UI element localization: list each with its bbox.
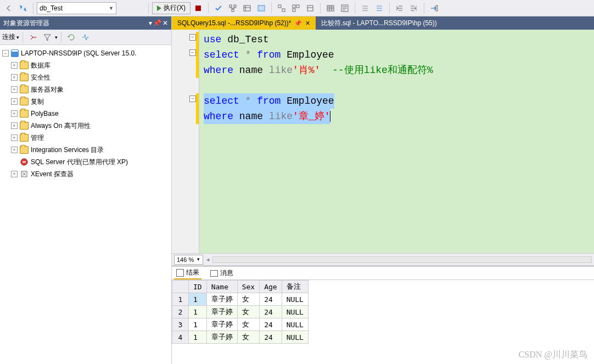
stats-icon[interactable]: [240, 2, 254, 15]
activity-icon[interactable]: [79, 31, 92, 44]
play-icon: [157, 5, 161, 11]
object-explorer-panel: 对象资源管理器 ▾ 📌 ✕ 连接▾ ▾ −LAPTOP-NRSSD9IP (SQ…: [0, 16, 172, 364]
indent-icon[interactable]: [393, 2, 406, 15]
col-rownum[interactable]: [172, 281, 189, 293]
outdent-icon[interactable]: [407, 2, 421, 15]
tab-active[interactable]: SQLQuery15.sql -...RSSD9IP\hp (52))*📌×: [172, 16, 316, 30]
panel-close-icon[interactable]: ✕: [162, 19, 168, 27]
agent-icon: [20, 158, 29, 166]
parse-icon[interactable]: [212, 2, 225, 15]
zoom-bar: 146 %▼ ◄: [172, 253, 594, 265]
svg-rect-0: [229, 5, 232, 7]
disconnect-icon[interactable]: [26, 31, 40, 44]
svg-rect-5: [278, 5, 281, 8]
tree-node-integration[interactable]: +Integration Services 目录: [0, 144, 171, 156]
folder-icon: [20, 134, 29, 142]
main-toolbar: db_Test▼ 执行(X): [0, 0, 594, 16]
database-combo[interactable]: db_Test▼: [37, 2, 116, 14]
table-row[interactable]: 11章子婷女24NULL: [172, 293, 309, 306]
table-row[interactable]: 41章子婷女24NULL: [172, 331, 309, 344]
table-row[interactable]: 21章子婷女24NULL: [172, 306, 309, 318]
result-table: ID Name Sex Age 备注 11章子婷女24NULL 21章子婷女24…: [172, 280, 309, 344]
fold-icon[interactable]: −: [189, 34, 196, 41]
tree-node-server-objects[interactable]: +服务器对象: [0, 83, 171, 96]
tree-node-management[interactable]: +管理: [0, 132, 171, 144]
tree-node-polybase[interactable]: +PolyBase: [0, 108, 171, 120]
message-icon: [210, 270, 218, 277]
fold-icon[interactable]: −: [189, 96, 196, 102]
specify-values-icon[interactable]: [428, 2, 441, 15]
uncomment-icon[interactable]: [373, 2, 386, 15]
tree-node-xevent[interactable]: +XEvent 探查器: [0, 168, 171, 180]
stop-button[interactable]: [192, 2, 205, 15]
plan-icon[interactable]: [226, 2, 239, 15]
tool-icon-1[interactable]: [275, 2, 288, 15]
comment-icon[interactable]: [358, 2, 372, 15]
text-cursor: [330, 111, 330, 122]
svg-rect-2: [232, 9, 234, 12]
explorer-title-bar: 对象资源管理器 ▾ 📌 ✕: [0, 16, 171, 30]
folder-icon: [20, 146, 29, 154]
fold-icon[interactable]: −: [189, 49, 196, 56]
svg-rect-6: [282, 9, 285, 12]
col-id[interactable]: ID: [189, 281, 207, 293]
svg-rect-8: [296, 5, 299, 8]
tree-node-replication[interactable]: +复制: [0, 96, 171, 108]
tree-node-databases[interactable]: +数据库: [0, 59, 171, 71]
stop-icon: [195, 5, 201, 11]
tab-other[interactable]: 比较符.sql - LAPTO...RSSD9IP\hp (55)): [316, 16, 442, 30]
col-remark[interactable]: 备注: [282, 281, 308, 293]
panel-dropdown-icon[interactable]: ▾: [149, 19, 152, 27]
tool-icon-3[interactable]: [304, 2, 317, 15]
messages-tab[interactable]: 消息: [208, 267, 236, 279]
connect-button[interactable]: 连接: [2, 32, 15, 42]
zoom-combo[interactable]: 146 %▼: [174, 255, 203, 265]
col-sex[interactable]: Sex: [237, 281, 259, 293]
pin-icon[interactable]: 📌: [294, 20, 302, 27]
sql-editor[interactable]: − − − use db_Test select * from Employee…: [172, 30, 594, 253]
table-row[interactable]: 31章子婷女24NULL: [172, 318, 309, 331]
nav-back-icon[interactable]: [2, 2, 15, 15]
server-icon: [11, 49, 19, 57]
xevent-icon: [20, 170, 29, 178]
results-grid-icon[interactable]: [324, 2, 337, 15]
results-tab[interactable]: 结果: [174, 267, 201, 279]
editor-gutter: − − −: [172, 30, 199, 253]
watermark: CSDN @川川菜鸟: [519, 349, 587, 361]
tree-node-alwayson[interactable]: +Always On 高可用性: [0, 120, 171, 132]
results-text-icon[interactable]: [338, 2, 351, 15]
tree-node-agent[interactable]: SQL Server 代理(已禁用代理 XP): [0, 156, 171, 168]
folder-icon: [20, 86, 29, 93]
svg-rect-10: [307, 5, 313, 11]
svg-rect-13: [436, 5, 438, 11]
close-icon[interactable]: ×: [305, 19, 310, 27]
folder-icon: [20, 110, 29, 117]
horizontal-scrollbar[interactable]: [212, 256, 592, 263]
explorer-toolbar: 连接▾ ▾: [0, 30, 171, 45]
folder-icon: [20, 74, 29, 81]
svg-rect-1: [234, 5, 236, 7]
refresh-icon[interactable]: [65, 31, 78, 44]
svg-rect-11: [327, 5, 334, 11]
target-icon[interactable]: [16, 2, 30, 15]
grid-icon: [176, 269, 184, 277]
col-name[interactable]: Name: [206, 281, 237, 293]
filter-icon[interactable]: [41, 31, 54, 44]
folder-icon: [20, 61, 29, 69]
live-stats-icon[interactable]: [255, 2, 268, 15]
folder-icon: [20, 98, 29, 105]
object-tree[interactable]: −LAPTOP-NRSSD9IP (SQL Server 15.0. +数据库 …: [0, 45, 171, 364]
folder-icon: [20, 122, 29, 130]
tree-node-security[interactable]: +安全性: [0, 71, 171, 83]
tree-root[interactable]: −LAPTOP-NRSSD9IP (SQL Server 15.0.: [0, 47, 171, 59]
svg-rect-3: [244, 5, 250, 11]
execute-button[interactable]: 执行(X): [152, 2, 190, 14]
tool-icon-2[interactable]: [289, 2, 302, 15]
editor-tabs: SQLQuery15.sql -...RSSD9IP\hp (52))*📌× 比…: [172, 16, 594, 30]
svg-rect-9: [293, 9, 295, 12]
col-age[interactable]: Age: [260, 281, 282, 293]
svg-rect-4: [258, 5, 265, 11]
panel-pin-icon[interactable]: 📌: [153, 19, 161, 27]
svg-rect-7: [293, 5, 295, 8]
